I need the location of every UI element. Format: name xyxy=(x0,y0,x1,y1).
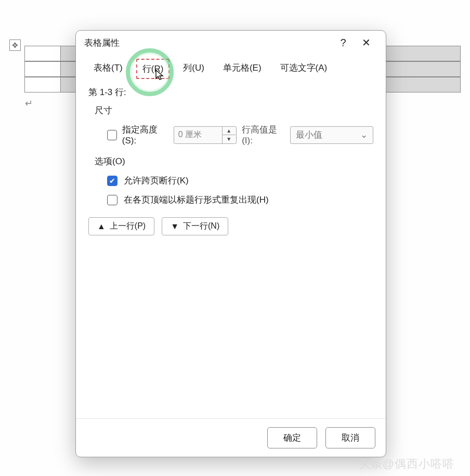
size-section-title: 尺寸 xyxy=(95,104,373,116)
help-button[interactable]: ? xyxy=(332,31,355,54)
spinner-down-icon[interactable]: ▼ xyxy=(223,135,236,143)
specify-height-row: 指定高度(S): ▲ ▼ 行高值是(I): 最小值 ⌄ xyxy=(107,124,373,146)
height-mode-select[interactable]: 最小值 ⌄ xyxy=(290,126,373,144)
watermark-text: 头条@偶西小嗒嗒 xyxy=(359,456,454,472)
repeat-header-row: 在各页顶端以标题行形式重复出现(H) xyxy=(107,194,373,206)
height-input[interactable] xyxy=(174,130,222,140)
cancel-button[interactable]: 取消 xyxy=(325,427,375,448)
dialog-titlebar: 表格属性 ? ✕ xyxy=(76,31,386,55)
allow-break-checkbox[interactable]: ✔ xyxy=(107,176,118,186)
table-move-handle-icon[interactable]: ✥ xyxy=(9,39,21,51)
row-nav: ▲ 上一行(P) ▼ 下一行(N) xyxy=(88,217,373,235)
tab-cell[interactable]: 单元格(E) xyxy=(218,59,267,79)
next-row-label: 下一行(N) xyxy=(183,221,219,232)
tab-strip: 表格(T) 行(R) 列(U) 单元格(E) 可选文字(A) xyxy=(76,55,386,86)
next-row-button[interactable]: ▼ 下一行(N) xyxy=(162,217,228,235)
prev-row-button[interactable]: ▲ 上一行(P) xyxy=(88,217,154,235)
dialog-title: 表格属性 xyxy=(84,37,332,49)
tab-alttext[interactable]: 可选文字(A) xyxy=(275,59,333,79)
allow-break-row: ✔ 允许跨页断行(K) xyxy=(107,175,373,187)
spinner-up-icon[interactable]: ▲ xyxy=(223,127,236,136)
specify-height-label: 指定高度(S): xyxy=(122,124,168,146)
dialog-footer: 确定 取消 xyxy=(76,418,386,457)
repeat-header-checkbox[interactable] xyxy=(107,195,118,205)
paragraph-mark-icon: ↵ xyxy=(25,98,33,109)
height-mode-value: 最小值 xyxy=(296,129,322,141)
tab-column[interactable]: 列(U) xyxy=(178,59,210,79)
dialog-body: 第 1-3 行: 尺寸 指定高度(S): ▲ ▼ 行高值是(I): 最小值 ⌄ … xyxy=(76,86,386,418)
height-mode-label: 行高值是(I): xyxy=(242,124,285,146)
ok-button[interactable]: 确定 xyxy=(267,427,317,448)
repeat-header-label: 在各页顶端以标题行形式重复出现(H) xyxy=(124,194,269,206)
close-button[interactable]: ✕ xyxy=(355,31,377,54)
chevron-down-icon: ⌄ xyxy=(360,129,368,140)
triangle-up-icon: ▲ xyxy=(97,222,106,231)
allow-break-label: 允许跨页断行(K) xyxy=(124,175,189,187)
tab-table[interactable]: 表格(T) xyxy=(88,59,128,79)
prev-row-label: 上一行(P) xyxy=(110,221,146,232)
triangle-down-icon: ▼ xyxy=(171,222,179,231)
specify-height-checkbox[interactable] xyxy=(107,130,117,140)
height-spinner[interactable]: ▲ ▼ xyxy=(174,126,237,144)
table-properties-dialog: 表格属性 ? ✕ 表格(T) 行(R) 列(U) 单元格(E) 可选文字(A) … xyxy=(75,30,386,457)
tab-row[interactable]: 行(R) xyxy=(136,59,170,79)
row-range-label: 第 1-3 行: xyxy=(88,86,373,98)
tab-row-label: 行(R) xyxy=(142,64,164,74)
options-section-title: 选项(O) xyxy=(95,155,373,167)
